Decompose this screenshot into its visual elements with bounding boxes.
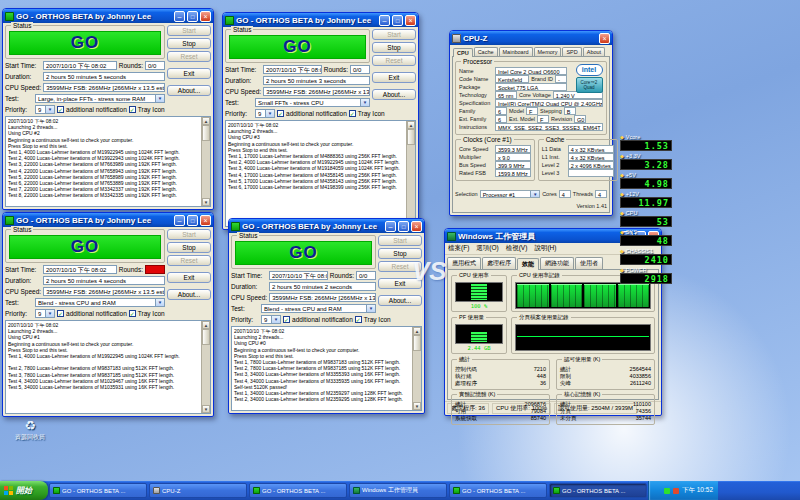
- close-button[interactable]: [405, 15, 416, 26]
- scroll-up-icon[interactable]: [407, 121, 415, 129]
- exit-button[interactable]: Exit: [167, 68, 211, 79]
- notification-checkbox[interactable]: [57, 310, 64, 317]
- exit-button[interactable]: Exit: [167, 272, 211, 283]
- about-button[interactable]: About...: [372, 89, 416, 100]
- notification-checkbox[interactable]: [277, 110, 284, 117]
- tab-users[interactable]: 使用者: [575, 257, 603, 269]
- maximize-button[interactable]: [398, 221, 409, 232]
- stop-button[interactable]: Stop: [372, 42, 416, 53]
- taskbar-button-orthos-4[interactable]: GO - ORTHOS BETA ...: [549, 483, 647, 498]
- tab-cache[interactable]: Cache: [474, 47, 498, 56]
- start-button[interactable]: Start: [372, 29, 416, 40]
- start-button[interactable]: Start: [378, 235, 422, 246]
- menu-view[interactable]: 檢視(V): [506, 244, 528, 253]
- test-dropdown[interactable]: Small FFTs - stress CPU: [255, 98, 370, 107]
- notification-checkbox[interactable]: [283, 316, 290, 323]
- tab-networking[interactable]: 網路功能: [540, 257, 574, 269]
- taskbar-button-cpuz[interactable]: CPU-Z: [149, 483, 247, 498]
- tab-mainboard[interactable]: Mainboard: [499, 47, 533, 56]
- tray-monitor-icon[interactable]: [664, 488, 670, 494]
- sensor-led-readout: 4.98: [620, 178, 672, 189]
- reset-button[interactable]: Reset: [167, 255, 211, 266]
- taskbar-button-taskmgr[interactable]: Windows 工作管理員: [349, 483, 447, 498]
- start-button[interactable]: 開始: [0, 481, 48, 500]
- scroll-up-icon[interactable]: [413, 327, 421, 335]
- scroll-thumb[interactable]: [202, 125, 210, 141]
- scroll-down-icon[interactable]: [202, 405, 210, 413]
- notification-checkbox[interactable]: [57, 106, 64, 113]
- close-button[interactable]: [599, 33, 610, 44]
- selection-dropdown[interactable]: Processor #1: [480, 190, 541, 198]
- stop-button[interactable]: Stop: [167, 242, 211, 253]
- taskbar-button-orthos-2[interactable]: GO - ORTHOS BETA ...: [249, 483, 347, 498]
- log-area[interactable]: 2007/10/10 下午 08:02 Launching 2 threads.…: [5, 116, 211, 207]
- maximize-button[interactable]: [392, 15, 403, 26]
- priority-dropdown[interactable]: 9: [35, 105, 55, 114]
- test-dropdown[interactable]: Large, in-place FFTs - stress some RAM: [35, 94, 165, 103]
- minimize-button[interactable]: [174, 215, 185, 226]
- log-area[interactable]: 2007/10/10 下午 08:02 Launching 2 threads.…: [5, 320, 211, 414]
- tray-icon-checkbox[interactable]: [349, 110, 356, 117]
- reset-button[interactable]: Reset: [167, 51, 211, 62]
- scroll-up-icon[interactable]: [202, 117, 210, 125]
- log-area[interactable]: 2007/10/10 下午 08:02 Launching 2 threads.…: [231, 326, 422, 411]
- maximize-button[interactable]: [187, 11, 198, 22]
- tab-performance[interactable]: 效能: [517, 258, 539, 270]
- about-button[interactable]: About...: [167, 289, 211, 300]
- log-scrollbar[interactable]: [406, 121, 415, 226]
- priority-dropdown[interactable]: 9: [261, 315, 281, 324]
- exit-button[interactable]: Exit: [372, 72, 416, 83]
- menu-file[interactable]: 檔案(F): [448, 244, 469, 253]
- minimize-button[interactable]: [174, 11, 185, 22]
- tab-cpu[interactable]: CPU: [453, 48, 473, 57]
- log-scrollbar[interactable]: [201, 321, 210, 413]
- taskbar-button-orthos-3[interactable]: GO - ORTHOS BETA ...: [449, 483, 547, 498]
- test-dropdown[interactable]: Blend - stress CPU and RAM: [261, 304, 376, 313]
- taskbar-button-orthos-1[interactable]: GO - ORTHOS BETA ...: [49, 483, 147, 498]
- title-bar[interactable]: CPU-Z: [450, 31, 612, 45]
- title-bar[interactable]: GO - ORTHOS BETA by Johnny Lee: [223, 13, 418, 27]
- close-button[interactable]: [200, 215, 211, 226]
- minimize-button[interactable]: [379, 15, 390, 26]
- close-button[interactable]: [411, 221, 422, 232]
- tab-spd[interactable]: SPD: [562, 47, 581, 56]
- tab-memory[interactable]: Memory: [534, 47, 562, 56]
- scroll-thumb[interactable]: [413, 335, 421, 351]
- log-scrollbar[interactable]: [412, 327, 421, 410]
- close-button[interactable]: [200, 11, 211, 22]
- title-bar[interactable]: GO - ORTHOS BETA by Johnny Lee: [229, 219, 424, 233]
- menu-help[interactable]: 說明(H): [534, 244, 556, 253]
- go-banner: GO: [235, 241, 372, 265]
- scroll-thumb[interactable]: [202, 329, 210, 345]
- about-button[interactable]: About...: [167, 85, 211, 96]
- minimize-button[interactable]: [385, 221, 396, 232]
- priority-dropdown[interactable]: 9: [35, 309, 55, 318]
- reset-button[interactable]: Reset: [372, 55, 416, 66]
- tray-icon-checkbox[interactable]: [129, 106, 136, 113]
- tab-about[interactable]: About: [583, 47, 605, 56]
- clock[interactable]: 下午 10:52: [682, 486, 713, 495]
- log-scrollbar[interactable]: [201, 117, 210, 206]
- stop-button[interactable]: Stop: [167, 38, 211, 49]
- scroll-down-icon[interactable]: [413, 402, 421, 410]
- test-dropdown[interactable]: Blend - stress CPU and RAM: [35, 298, 165, 307]
- tab-processes[interactable]: 處理程序: [482, 257, 516, 269]
- maximize-button[interactable]: [187, 215, 198, 226]
- tab-applications[interactable]: 應用程式: [447, 257, 481, 269]
- recycle-bin-icon[interactable]: ♻ 資源回收筒: [6, 418, 54, 442]
- title-bar[interactable]: GO - ORTHOS BETA by Johnny Lee: [3, 9, 213, 23]
- priority-dropdown[interactable]: 9: [255, 109, 275, 118]
- start-button[interactable]: Start: [167, 25, 211, 36]
- scroll-thumb[interactable]: [407, 129, 415, 145]
- tray-icon-checkbox[interactable]: [355, 316, 362, 323]
- title-bar[interactable]: GO - ORTHOS BETA by Johnny Lee: [3, 213, 213, 227]
- menu-options[interactable]: 選項(O): [476, 244, 498, 253]
- stat-label: 分頁: [560, 408, 571, 415]
- scroll-up-icon[interactable]: [202, 321, 210, 329]
- log-area[interactable]: 2007/10/10 下午 08:02 Launching 2 threads.…: [225, 120, 416, 227]
- about-button[interactable]: About...: [378, 295, 422, 306]
- tray-app-icon[interactable]: [673, 488, 679, 494]
- tray-icon-checkbox[interactable]: [129, 310, 136, 317]
- scroll-down-icon[interactable]: [202, 198, 210, 206]
- start-button[interactable]: Start: [167, 229, 211, 240]
